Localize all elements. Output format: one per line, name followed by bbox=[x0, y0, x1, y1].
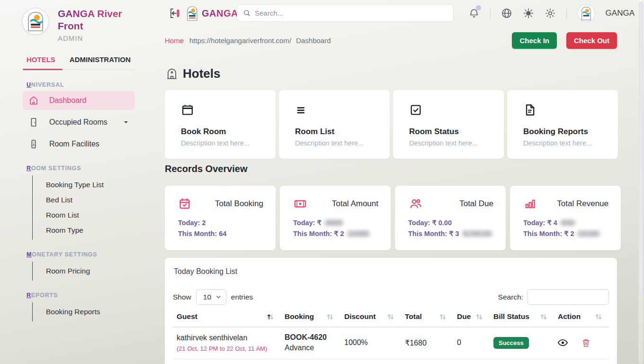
sidebar-item-booking-type-list[interactable]: Booking Type List bbox=[33, 177, 161, 192]
section-label-first: R bbox=[27, 292, 31, 299]
card-book-room[interactable]: Book Room Description text here... bbox=[165, 90, 276, 159]
card-description: Description text here... bbox=[409, 139, 488, 147]
search-input[interactable] bbox=[255, 9, 447, 17]
sidebar-item-occupied-rooms[interactable]: Occupied Rooms bbox=[23, 113, 134, 132]
settings-gear-icon[interactable] bbox=[545, 8, 556, 19]
list-icon bbox=[295, 103, 374, 117]
show-label: Show bbox=[173, 293, 191, 301]
checkbox-icon bbox=[409, 103, 488, 117]
stat-today-blurred: 4500 bbox=[323, 219, 344, 227]
sidebar-item-bed-list[interactable]: Bed List bbox=[33, 192, 161, 208]
topbar-logo bbox=[187, 6, 198, 21]
status-badge: Success bbox=[493, 337, 529, 349]
calendar-icon bbox=[181, 103, 259, 117]
table-search-input[interactable] bbox=[527, 289, 609, 305]
topbar: GANGA bbox=[161, 0, 644, 27]
sidebar-item-label: Occupied Rooms bbox=[49, 118, 107, 127]
column-header-discount[interactable]: Discount bbox=[340, 312, 401, 321]
tab-administration[interactable]: ADMINISTRATION bbox=[70, 55, 131, 69]
section-label-rest: NIVERSAL bbox=[31, 82, 64, 88]
tab-hotels[interactable]: HOTELS bbox=[27, 55, 55, 69]
page-title-text: Hotels bbox=[183, 66, 220, 81]
card-description: Description text here... bbox=[181, 139, 259, 147]
card-title: Room List bbox=[295, 127, 374, 136]
notifications-bell-icon[interactable] bbox=[468, 8, 480, 19]
column-header-booking[interactable]: Booking bbox=[281, 312, 340, 321]
column-header-due[interactable]: Due bbox=[453, 312, 490, 321]
check-in-button[interactable]: Check In bbox=[512, 32, 557, 49]
stat-total-due: Total Due Today: ₹ 0.00 This Month: ₹ 35… bbox=[395, 186, 506, 250]
records-overview-title: Records Overview bbox=[165, 164, 248, 174]
booking-cell: BOOK-4620 Advance bbox=[281, 333, 340, 352]
stat-month: This Month: ₹ 2 bbox=[293, 230, 344, 237]
table-controls: Show 10 entries Search: bbox=[173, 289, 609, 305]
hotel-shortcut-cards: Book Room Description text here... Room … bbox=[165, 90, 618, 159]
column-label: Bill Status bbox=[493, 312, 529, 321]
sidebar-item-booking-reports[interactable]: Booking Reports bbox=[33, 304, 161, 319]
view-eye-icon[interactable] bbox=[558, 339, 568, 346]
column-header-action[interactable]: Action bbox=[554, 312, 609, 321]
card-room-list[interactable]: Room List Description text here... bbox=[279, 90, 390, 159]
card-room-status[interactable]: Room Status Description text here... bbox=[393, 90, 504, 159]
column-label: Booking bbox=[285, 312, 314, 321]
quick-actions: Check In Check Out bbox=[512, 32, 617, 49]
section-label-rest: EPORTS bbox=[31, 292, 58, 299]
column-label: Discount bbox=[344, 312, 376, 321]
topbar-brand-title: GANGA bbox=[202, 8, 238, 19]
section-label-room-settings: ROOM SETTINGS bbox=[0, 165, 161, 172]
stat-today: Today: ₹ bbox=[293, 219, 322, 227]
card-description: Description text here... bbox=[523, 139, 602, 147]
table-title: Today Booking List bbox=[174, 267, 609, 276]
door-icon bbox=[28, 117, 39, 127]
hotel-logo-art bbox=[27, 11, 45, 32]
card-booking-reports[interactable]: Booking Reports Description text here... bbox=[507, 90, 618, 159]
chevron-down-icon bbox=[216, 294, 221, 300]
theme-sun-icon[interactable] bbox=[523, 8, 534, 19]
today-booking-list-card: Today Booking List Show 10 entries Searc… bbox=[165, 258, 617, 364]
stat-title: Total Booking bbox=[215, 199, 263, 209]
guest-cell: kathirvek senthivelan (21 Oct, 12 PM to … bbox=[173, 334, 281, 352]
check-out-button[interactable]: Check Out bbox=[566, 32, 617, 49]
stat-month-blurred: 16190 bbox=[576, 230, 601, 237]
booking-type: Advance bbox=[285, 344, 340, 352]
monetary-settings-submenu: Room Pricing bbox=[32, 262, 161, 281]
sort-icon bbox=[267, 313, 274, 320]
sidebar-item-room-list[interactable]: Room List bbox=[33, 208, 161, 223]
sort-icon bbox=[540, 313, 547, 320]
stat-today: Today: ₹ 0.00 bbox=[408, 219, 452, 227]
notification-badge bbox=[476, 5, 481, 10]
page-scrollbar-thumb[interactable] bbox=[639, 2, 643, 295]
language-globe-icon[interactable] bbox=[501, 8, 512, 19]
column-header-guest[interactable]: Guest bbox=[173, 312, 281, 321]
breadcrumb: Home https://hotelgangariverfront.com/ D… bbox=[165, 31, 617, 49]
sidebar: GANGA River Front ADMIN HOTELS ADMINISTR… bbox=[0, 0, 161, 364]
table-header-row: Guest Booking Discount Total bbox=[173, 312, 609, 328]
section-label-rest: ONETARY SETTINGS bbox=[32, 251, 97, 258]
sidebar-item-label: Dashboard bbox=[49, 96, 86, 105]
column-header-bill-status[interactable]: Bill Status bbox=[490, 312, 554, 321]
divider bbox=[490, 8, 491, 19]
sort-icon bbox=[326, 313, 334, 320]
delete-trash-icon[interactable] bbox=[582, 338, 590, 347]
guest-name: kathirvek senthivelan bbox=[177, 334, 281, 342]
card-title: Book Room bbox=[181, 127, 259, 136]
sidebar-collapse-icon[interactable] bbox=[169, 7, 181, 19]
page-size-select[interactable]: 10 bbox=[196, 289, 226, 305]
file-icon bbox=[523, 103, 602, 117]
global-search bbox=[237, 4, 454, 22]
sidebar-item-room-pricing[interactable]: Room Pricing bbox=[33, 264, 161, 279]
total-cell: ₹1680 bbox=[401, 338, 453, 347]
user-avatar[interactable] bbox=[577, 4, 595, 22]
reports-submenu: Booking Reports bbox=[32, 302, 161, 321]
sort-icon bbox=[475, 313, 483, 320]
section-label-monetary-settings: MONETARY SETTINGS bbox=[0, 251, 161, 258]
sidebar-item-room-facilites[interactable]: Room Facilites bbox=[23, 135, 134, 154]
sidebar-item-dashboard[interactable]: Dashboard bbox=[23, 91, 134, 110]
sidebar-item-room-type[interactable]: Room Type bbox=[33, 223, 161, 238]
column-label: Guest bbox=[177, 312, 197, 321]
stat-total-booking: Total Booking Today: 2 This Month: 64 bbox=[165, 186, 276, 250]
card-title: Booking Reports bbox=[523, 127, 602, 136]
breadcrumb-home-link[interactable]: Home bbox=[165, 36, 184, 45]
section-label-universal: UNIVERSAL bbox=[0, 82, 161, 88]
column-header-total[interactable]: Total bbox=[401, 312, 453, 321]
